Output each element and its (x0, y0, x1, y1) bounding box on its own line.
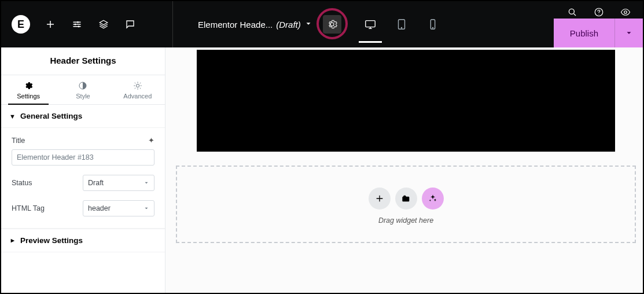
section-preview-title: Preview Settings (20, 236, 83, 245)
svg-point-8 (569, 9, 574, 14)
caret-right-icon: ▼ (9, 237, 16, 244)
section-general-body: Title ✦ Status Draft HTML Tag header (1, 128, 165, 229)
drop-zone[interactable]: Drag widget here (176, 166, 636, 243)
tab-advanced[interactable]: Advanced (111, 75, 165, 104)
section-general-settings-toggle[interactable]: ▼ General Settings (1, 105, 165, 128)
add-template-button[interactable] (395, 188, 417, 210)
site-settings-button[interactable] (64, 11, 90, 38)
notes-button[interactable] (117, 11, 143, 38)
tab-settings-label: Settings (17, 93, 40, 100)
sidebar-title: Header Settings (1, 47, 165, 75)
title-input[interactable] (12, 149, 154, 166)
document-title-dropdown[interactable]: Elementor Heade... (Draft) (198, 20, 312, 30)
responsive-device-group (356, 1, 447, 47)
add-widget-button[interactable] (37, 11, 64, 38)
chevron-down-icon (304, 20, 312, 30)
svg-point-5 (401, 27, 402, 28)
status-select[interactable]: Draft (83, 175, 154, 191)
header-template-preview[interactable] (197, 50, 615, 152)
svg-rect-3 (366, 21, 376, 27)
device-tablet-button[interactable] (388, 10, 415, 38)
htmltag-label: HTML Tag (12, 204, 83, 212)
device-mobile-button[interactable] (419, 10, 447, 38)
structure-button[interactable] (90, 11, 117, 38)
status-label: Status (12, 179, 83, 187)
device-desktop-button[interactable] (356, 10, 384, 38)
tab-style[interactable]: Style (56, 75, 110, 104)
title-label: Title (12, 137, 25, 145)
tab-style-label: Style (76, 93, 90, 100)
add-section-button[interactable] (369, 188, 391, 210)
document-status-text: (Draft) (276, 20, 301, 30)
htmltag-select[interactable]: header (83, 200, 154, 216)
htmltag-select-value: header (88, 204, 111, 212)
svg-point-0 (77, 21, 79, 23)
document-title-text: Elementor Heade... (198, 20, 273, 30)
editor-canvas: Drag widget here (165, 47, 643, 293)
panel-tabs: Settings Style Advanced (1, 75, 165, 105)
section-general-title: General Settings (20, 112, 82, 120)
svg-point-1 (75, 24, 76, 25)
add-ai-button[interactable] (422, 188, 444, 210)
tab-advanced-label: Advanced (123, 93, 152, 100)
publish-button-label: Publish (570, 28, 598, 38)
page-settings-button[interactable] (323, 15, 341, 34)
topbar: E Elementor Heade... (Draft) (1, 1, 643, 47)
ai-generate-icon[interactable]: ✦ (148, 136, 154, 145)
status-select-value: Draft (88, 179, 104, 187)
caret-down-icon: ▼ (9, 113, 16, 120)
svg-point-2 (78, 25, 80, 27)
drop-zone-label: Drag widget here (378, 216, 433, 225)
publish-options-button[interactable] (615, 19, 643, 47)
tab-settings[interactable]: Settings (1, 75, 56, 104)
settings-sidebar: Header Settings Settings Style Advanced … (1, 47, 165, 293)
publish-button[interactable]: Publish (554, 19, 615, 47)
svg-point-10 (624, 11, 627, 14)
svg-point-7 (432, 27, 433, 28)
section-preview-settings-toggle[interactable]: ▼ Preview Settings (1, 229, 165, 252)
elementor-logo[interactable]: E (12, 15, 30, 34)
